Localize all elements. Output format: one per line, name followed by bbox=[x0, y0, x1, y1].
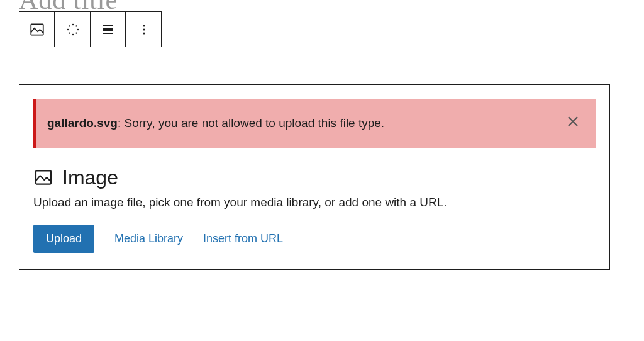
drag-icon bbox=[65, 22, 80, 37]
placeholder-title: Image bbox=[62, 166, 118, 189]
toolbar-group-block bbox=[19, 11, 55, 47]
block-type-button[interactable] bbox=[19, 11, 55, 47]
error-message: : Sorry, you are not allowed to upload t… bbox=[118, 116, 384, 130]
svg-point-8 bbox=[69, 25, 70, 26]
placeholder-actions: Upload Media Library Insert from URL bbox=[33, 225, 596, 253]
image-icon bbox=[33, 167, 53, 187]
svg-point-1 bbox=[72, 23, 73, 25]
svg-point-13 bbox=[143, 28, 145, 30]
toolbar-group-more bbox=[126, 11, 162, 47]
insert-from-url-button[interactable]: Insert from URL bbox=[203, 232, 283, 245]
error-text: gallardo.svg: Sorry, you are not allowed… bbox=[47, 116, 384, 130]
image-icon bbox=[29, 21, 45, 38]
image-block: gallardo.svg: Sorry, you are not allowed… bbox=[19, 84, 610, 270]
dismiss-notice-button[interactable] bbox=[564, 115, 582, 132]
svg-point-12 bbox=[143, 25, 145, 26]
svg-point-2 bbox=[75, 25, 77, 26]
svg-point-14 bbox=[143, 32, 145, 34]
upload-error-notice: gallardo.svg: Sorry, you are not allowed… bbox=[33, 99, 596, 148]
media-library-button[interactable]: Media Library bbox=[114, 232, 183, 245]
block-toolbar bbox=[19, 11, 162, 47]
svg-rect-9 bbox=[103, 25, 113, 26]
drag-handle-button[interactable] bbox=[55, 11, 91, 47]
svg-rect-10 bbox=[103, 28, 113, 31]
placeholder-header: Image bbox=[33, 166, 596, 189]
svg-point-3 bbox=[77, 28, 78, 30]
svg-point-5 bbox=[72, 33, 73, 35]
svg-point-7 bbox=[67, 28, 68, 30]
more-options-button[interactable] bbox=[126, 11, 162, 47]
svg-rect-11 bbox=[103, 33, 113, 34]
more-vertical-icon bbox=[136, 22, 152, 37]
error-filename: gallardo.svg bbox=[47, 116, 118, 130]
upload-button[interactable]: Upload bbox=[33, 225, 94, 253]
svg-point-4 bbox=[75, 32, 77, 33]
align-icon bbox=[101, 22, 116, 37]
placeholder-instruction: Upload an image file, pick one from your… bbox=[33, 196, 596, 210]
align-button[interactable] bbox=[90, 11, 126, 47]
svg-point-6 bbox=[69, 32, 70, 33]
close-icon bbox=[565, 114, 580, 134]
toolbar-group-align bbox=[55, 11, 126, 47]
